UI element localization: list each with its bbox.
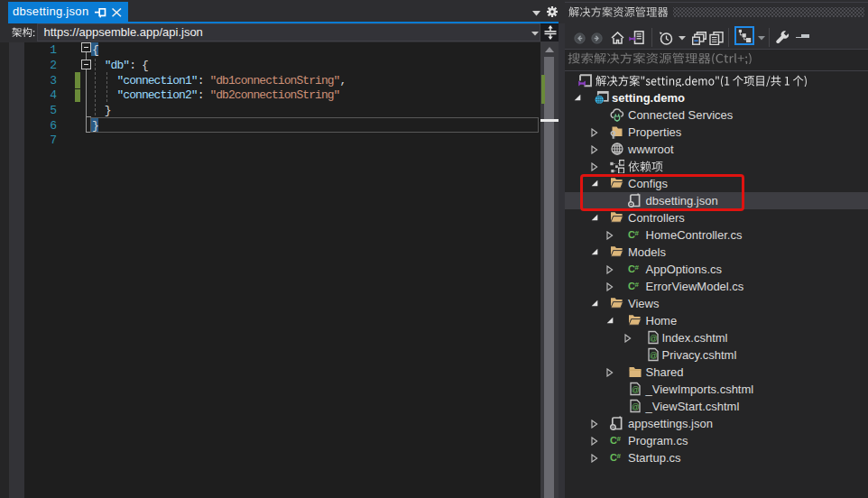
svg-text:@: @ bbox=[650, 351, 658, 360]
svg-text:@: @ bbox=[650, 334, 658, 343]
svg-text:#: # bbox=[616, 452, 621, 460]
svg-text:#: # bbox=[634, 263, 639, 272]
svg-text:#: # bbox=[616, 435, 621, 443]
svg-text:@: @ bbox=[632, 385, 640, 394]
svg-text:#: # bbox=[634, 281, 639, 289]
svg-text:#: # bbox=[634, 229, 639, 237]
svg-text:@: @ bbox=[632, 402, 640, 411]
